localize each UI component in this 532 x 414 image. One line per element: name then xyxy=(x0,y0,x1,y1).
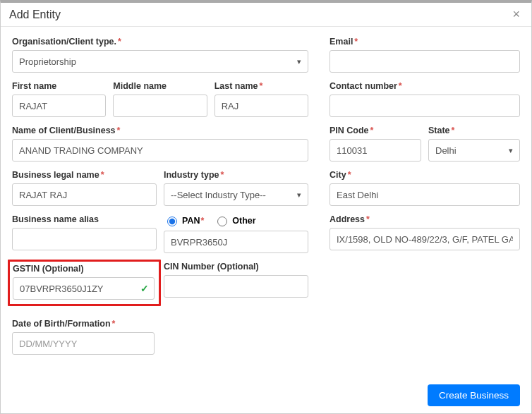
industry-select[interactable]: --Select Industry Type-- xyxy=(164,183,308,206)
close-icon[interactable]: × xyxy=(509,7,523,22)
pan-input[interactable] xyxy=(164,231,308,253)
other-radio-label: Other xyxy=(232,216,255,226)
org-type-select[interactable]: Proprietorship xyxy=(12,50,308,73)
middle-name-input[interactable] xyxy=(113,95,207,117)
last-name-input[interactable] xyxy=(214,95,308,117)
email-input[interactable] xyxy=(330,50,520,73)
legal-name-input[interactable] xyxy=(12,183,157,206)
industry-label: Industry type* xyxy=(164,170,308,180)
city-label: City* xyxy=(330,170,520,180)
modal-header: Add Entity × xyxy=(1,3,531,27)
org-type-group: Organisation/Client type.* Proprietorshi… xyxy=(12,37,308,73)
gstin-label: GSTIN (Optional) xyxy=(13,264,155,274)
right-column: Email* Contact number* PIN Code* State* … xyxy=(330,37,520,363)
modal-footer: Create Business xyxy=(428,384,520,406)
client-name-label: Name of Client/Business* xyxy=(12,126,308,135)
client-name-input[interactable] xyxy=(12,139,308,162)
create-business-button[interactable]: Create Business xyxy=(428,384,520,406)
address-input[interactable] xyxy=(330,228,520,250)
pan-radio-label: PAN* xyxy=(182,216,204,226)
city-input[interactable] xyxy=(330,183,520,206)
alias-input[interactable] xyxy=(12,228,157,250)
id-type-radio-group: PAN* Other xyxy=(164,214,308,226)
pin-input[interactable] xyxy=(330,139,421,162)
dob-input[interactable] xyxy=(12,332,155,355)
email-label: Email* xyxy=(330,37,520,47)
first-name-input[interactable] xyxy=(12,95,106,117)
last-name-label: Last name* xyxy=(214,81,308,91)
state-select[interactable]: Delhi xyxy=(428,139,520,162)
middle-name-label: Middle name xyxy=(113,81,207,91)
contact-input[interactable] xyxy=(330,95,520,117)
state-label: State* xyxy=(428,126,520,135)
check-icon: ✓ xyxy=(140,283,149,294)
gstin-highlight-box: GSTIN (Optional) ✓ xyxy=(8,260,161,306)
first-name-label: First name xyxy=(12,81,106,91)
gstin-input[interactable] xyxy=(13,277,155,300)
modal-title: Add Entity xyxy=(9,8,61,21)
pan-radio[interactable] xyxy=(167,217,177,226)
cin-label: CIN Number (Optional) xyxy=(164,262,308,272)
contact-label: Contact number* xyxy=(330,81,520,91)
address-label: Address* xyxy=(330,214,520,224)
other-radio[interactable] xyxy=(217,217,227,226)
pin-label: PIN Code* xyxy=(330,126,421,135)
dob-label: Date of Birth/Formation* xyxy=(12,319,155,329)
alias-label: Business name alias xyxy=(12,214,157,224)
add-entity-modal: Add Entity × Organisation/Client type.* … xyxy=(0,0,532,414)
modal-body: Organisation/Client type.* Proprietorshi… xyxy=(1,27,531,369)
org-type-label: Organisation/Client type.* xyxy=(12,37,308,47)
cin-input[interactable] xyxy=(164,275,308,298)
legal-name-label: Business legal name* xyxy=(12,170,157,180)
left-column: Organisation/Client type.* Proprietorshi… xyxy=(12,37,308,363)
